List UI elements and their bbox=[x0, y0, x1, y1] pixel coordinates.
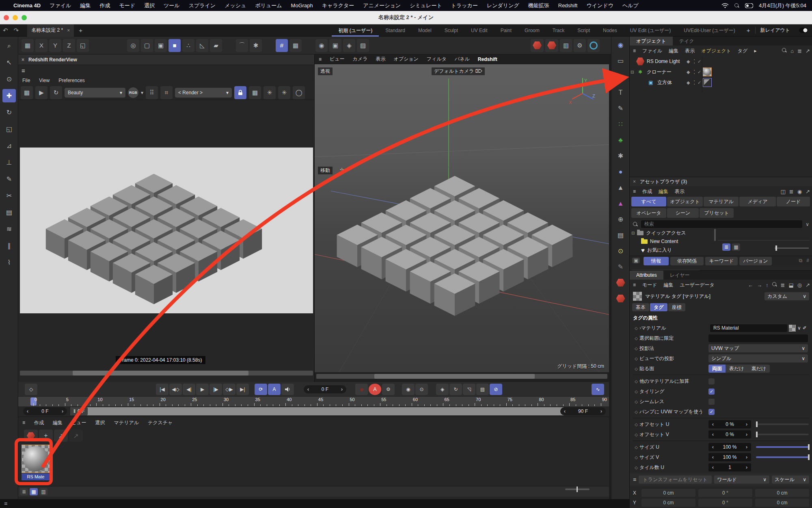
filter-icon[interactable]: ≣ bbox=[789, 189, 794, 195]
render-view-icon[interactable] bbox=[531, 39, 544, 52]
keyframe-selection-icon[interactable]: ◉ bbox=[402, 384, 415, 395]
checkbox-7[interactable] bbox=[708, 399, 715, 405]
layout-tab[interactable]: Paint bbox=[494, 24, 518, 37]
os-menu-1[interactable]: ファイル bbox=[45, 2, 76, 9]
open-node-editor-icon[interactable]: ↗ bbox=[54, 430, 68, 442]
document-tab[interactable]: 名称未設定 2 * × bbox=[27, 24, 74, 37]
start-render-icon[interactable]: ▶ bbox=[35, 86, 48, 99]
layer-icon[interactable]: ◆ bbox=[687, 59, 690, 64]
current-frame-spinner[interactable]: ‹0 F› bbox=[23, 407, 67, 415]
team-render-icon[interactable]: ⚙ bbox=[574, 39, 586, 52]
object-manager-tab-オブジェクト[interactable]: オブジェクト bbox=[630, 37, 673, 46]
viewport-menu-Redshift[interactable]: Redshift bbox=[478, 56, 497, 62]
preview-range[interactable]: ‖ 0 F 90 F ‖ bbox=[70, 407, 578, 415]
globe-icon[interactable]: ⊕ bbox=[614, 213, 627, 226]
checkbox-5[interactable] bbox=[708, 378, 715, 384]
restrict-selection-field[interactable] bbox=[708, 334, 808, 342]
filter-ノード[interactable]: ノード bbox=[777, 197, 810, 206]
next-frame-icon[interactable]: |▶ bbox=[209, 384, 222, 395]
layout-tab[interactable]: 初期 (ユーザー) bbox=[332, 24, 379, 37]
image-icon[interactable]: ▣ bbox=[632, 258, 640, 263]
prev-key-icon[interactable]: ◀◇ bbox=[169, 384, 182, 395]
knife-icon[interactable]: ✂ bbox=[2, 189, 16, 202]
object-row-1[interactable]: ⊟✱クローナー◆⁚✓ bbox=[630, 67, 812, 77]
make-editable-icon[interactable]: ◎ bbox=[127, 39, 139, 52]
figure-icon[interactable]: ◉ bbox=[614, 38, 627, 52]
stepper-13[interactable]: ‹1› bbox=[708, 463, 751, 471]
lock-icon[interactable]: ⬓ bbox=[788, 282, 793, 288]
layout-tab[interactable]: Script bbox=[571, 24, 596, 37]
select-3[interactable]: シンプル∨ bbox=[708, 354, 808, 363]
home-icon[interactable]: ⌂ bbox=[790, 48, 794, 54]
new-document-button[interactable]: + bbox=[74, 27, 87, 34]
pencil-icon[interactable]: ✎ bbox=[614, 260, 627, 274]
object-manager-menu-more-icon[interactable]: ▸ bbox=[754, 48, 756, 54]
view-solo-icon[interactable]: ◉ bbox=[315, 39, 328, 52]
asset-tree-item[interactable]: ⊟クイックアクセス bbox=[631, 229, 686, 237]
crop-icon[interactable]: ⌗ bbox=[160, 86, 173, 99]
field-icon[interactable]: ✱ bbox=[614, 149, 627, 163]
viewport-menu-フィルタ[interactable]: フィルタ bbox=[427, 56, 447, 63]
material-hamburger-icon[interactable]: ≡ bbox=[22, 420, 25, 426]
up-icon[interactable]: ↑ bbox=[766, 282, 769, 288]
os-menu-10[interactable]: MoGraph bbox=[287, 2, 317, 9]
attributes-menu-編集[interactable]: 編集 bbox=[664, 282, 674, 289]
layout-tab[interactable]: Sculpt bbox=[438, 24, 464, 37]
workplane-icon[interactable]: ▦ bbox=[22, 39, 34, 52]
attributes-hamburger-icon[interactable]: ≡ bbox=[633, 282, 636, 288]
fcurve-icon[interactable]: ∿ bbox=[592, 384, 604, 395]
redshift-material-icon[interactable] bbox=[24, 430, 38, 442]
axis-lock-x[interactable]: X bbox=[35, 39, 48, 52]
add-keyframe-icon[interactable]: ◇ bbox=[25, 384, 37, 395]
asset-menu-編集[interactable]: 編集 bbox=[659, 188, 668, 195]
rotate-icon[interactable]: ↻ bbox=[2, 106, 16, 119]
export-icon[interactable]: ↗ bbox=[806, 189, 810, 195]
renderview-menu-preferences[interactable]: Preferences bbox=[58, 78, 85, 83]
layout-tab[interactable]: Standard bbox=[379, 24, 412, 37]
filter-icon[interactable]: ≣ bbox=[781, 282, 785, 288]
asset-menu-表示[interactable]: 表示 bbox=[675, 188, 685, 195]
os-menu-13[interactable]: シミュレート bbox=[405, 2, 447, 9]
attributes-tab-レイヤー[interactable]: レイヤー bbox=[663, 271, 696, 280]
export-icon[interactable]: ↗ bbox=[806, 282, 810, 288]
asset-thumb-slider[interactable] bbox=[775, 247, 809, 249]
panel-icon[interactable]: ◫ bbox=[781, 189, 786, 195]
mograph-icon[interactable]: ∷ bbox=[614, 117, 627, 131]
filter-マテリアル[interactable]: マテリアル bbox=[704, 197, 739, 206]
slider-11[interactable] bbox=[756, 446, 809, 448]
object-row-0[interactable]: RS Dome Light◆⁚✓ bbox=[630, 56, 812, 67]
reset-transform-button[interactable]: トランスフォームをリセット bbox=[639, 475, 712, 484]
columns-view-icon[interactable]: ▥ bbox=[39, 488, 48, 495]
camera-label[interactable]: デフォルトカメラ ⌦ bbox=[432, 67, 485, 75]
search-options-icon[interactable]: ∨ bbox=[806, 221, 809, 227]
snap-settings-icon[interactable]: ✱ bbox=[250, 39, 262, 52]
os-menu-8[interactable]: メッシュ bbox=[220, 2, 251, 9]
pyramid-icon[interactable]: ▲ bbox=[614, 197, 627, 210]
asset-hamburger-icon[interactable]: ≡ bbox=[633, 189, 636, 194]
texture-mode-icon[interactable]: ▣ bbox=[155, 39, 167, 52]
material-thumbnail[interactable] bbox=[22, 445, 50, 473]
info-tab-依存関係[interactable]: 依存関係 bbox=[670, 257, 704, 265]
text-icon[interactable]: T bbox=[614, 86, 627, 99]
os-menu-5[interactable]: 選択 bbox=[140, 2, 159, 9]
channel-select[interactable]: RGB bbox=[128, 87, 138, 98]
light-icon[interactable]: ⊙ bbox=[614, 244, 627, 258]
os-menu-12[interactable]: アニメーション bbox=[358, 2, 405, 9]
material-link-dropdown-icon[interactable]: ∨ bbox=[797, 325, 801, 331]
viewport-menu-パネル[interactable]: パネル bbox=[455, 56, 470, 63]
os-menu-2[interactable]: 編集 bbox=[76, 2, 95, 9]
next-key-icon[interactable]: ◇▶ bbox=[223, 384, 235, 395]
enabled-check-icon[interactable]: ✓ bbox=[698, 69, 701, 75]
layer-icon[interactable]: ◆ bbox=[687, 69, 690, 75]
back-icon[interactable]: ← bbox=[748, 282, 753, 288]
os-menu-17[interactable]: Redshift bbox=[554, 2, 582, 9]
asset-list-view-icon[interactable]: ≣ bbox=[722, 243, 730, 251]
material-menu-テクスチャ[interactable]: テクスチャ bbox=[148, 419, 173, 426]
axis-lock-z[interactable]: Z bbox=[63, 39, 75, 52]
space-select[interactable]: ワールド∨ bbox=[714, 475, 769, 484]
mode-select[interactable]: スケール∨ bbox=[772, 475, 809, 484]
spotlight-search-icon[interactable] bbox=[734, 3, 739, 8]
clapper-icon[interactable]: ▦ bbox=[21, 86, 33, 99]
render-settings-icon[interactable] bbox=[545, 39, 558, 52]
snapshot-icon[interactable]: ✳ bbox=[263, 86, 276, 99]
